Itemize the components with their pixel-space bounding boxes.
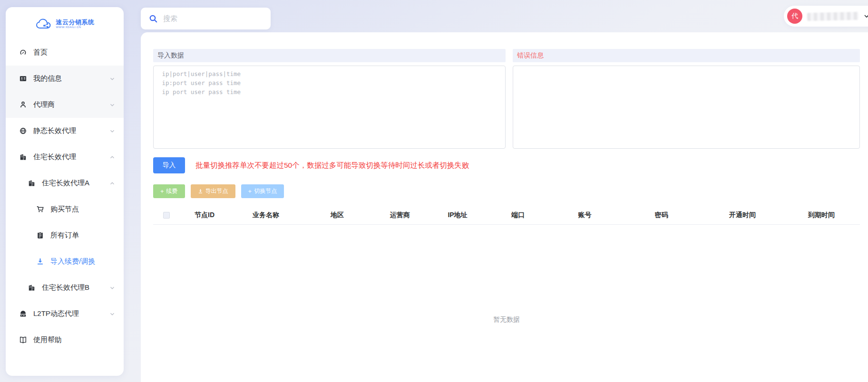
sidebar-item-label: 首页 [33, 48, 48, 57]
search-bar[interactable]: 搜索 [141, 8, 271, 29]
book-icon [19, 336, 27, 344]
sidebar-item-all-orders[interactable]: 所有订单 [6, 222, 124, 248]
building-icon [28, 284, 36, 292]
import-data-panel: 导入数据 [153, 49, 506, 151]
sidebar-item-label: 使用帮助 [33, 335, 62, 344]
dashboard-icon [19, 48, 27, 57]
switch-nodes-button[interactable]: + 切换节点 [241, 184, 284, 198]
app-subtitle: WWW.XDAILI.CN [56, 26, 95, 29]
chevron-down-icon [863, 13, 868, 19]
error-info-panel: 错误信息 [513, 49, 860, 151]
chevron-up-icon [109, 154, 115, 160]
sidebar-item-residential-proxy-a[interactable]: 住宅长效代理A [6, 170, 124, 196]
sidebar-item-buy-nodes[interactable]: 购买节点 [6, 196, 124, 222]
sidebar-item-home[interactable]: 首页 [6, 39, 124, 66]
col-password: 密码 [621, 211, 702, 220]
sidebar-item-label: 住宅长效代理B [42, 283, 89, 292]
l2tp-icon [19, 310, 27, 318]
building-icon [19, 153, 27, 161]
chevron-up-icon [109, 181, 115, 186]
sidebar-item-import-renew-switch[interactable]: 导入续费/调换 [6, 248, 124, 275]
globe-icon [19, 127, 27, 135]
search-icon [149, 14, 158, 23]
app-logo: 速云分销系统 WWW.XDAILI.CN [6, 7, 124, 35]
col-open-time: 开通时间 [702, 211, 783, 220]
col-port: 端口 [487, 211, 549, 220]
chevron-down-icon [109, 102, 115, 108]
user-menu[interactable]: 代 [784, 6, 868, 27]
sidebar-item-label: 购买节点 [50, 205, 79, 214]
error-info-box [513, 66, 860, 149]
plus-icon: + [248, 188, 252, 194]
empty-text: 暂无数据 [493, 315, 520, 324]
select-all-checkbox[interactable] [163, 212, 170, 219]
renew-button[interactable]: + 续费 [153, 184, 185, 198]
sidebar-item-label: 导入续费/调换 [50, 257, 95, 266]
sidebar-item-agents[interactable]: 代理商 [6, 92, 124, 118]
table-header-row: 节点ID 业务名称 地区 运营商 IP地址 端口 账号 密码 开通时间 到期时间 [153, 206, 860, 225]
batch-switch-warning: 批量切换推荐单次不要超过50个，数据过多可能导致切换等待时间过长或者切换失败 [195, 161, 469, 171]
sidebar-item-label: 住宅长效代理 [33, 153, 76, 162]
import-data-textarea[interactable] [153, 66, 506, 149]
sidebar-item-label: 所有订单 [50, 231, 79, 240]
building-icon [28, 179, 36, 187]
import-button[interactable]: 导入 [153, 157, 185, 173]
chevron-down-icon [109, 128, 115, 134]
switch-nodes-button-label: 切换节点 [254, 187, 277, 195]
sidebar-item-label: 静态长效代理 [33, 126, 76, 135]
download-icon [198, 189, 203, 194]
nodes-table: 节点ID 业务名称 地区 运营商 IP地址 端口 账号 密码 开通时间 到期时间… [153, 206, 860, 382]
sidebar-menu: 首页 我的信息 代理商 静态长效代理 [6, 35, 124, 353]
chevron-down-icon [109, 285, 115, 291]
sidebar: 速云分销系统 WWW.XDAILI.CN 首页 我的信息 代理商 [6, 7, 124, 376]
chevron-down-icon [109, 311, 115, 317]
renew-button-label: 续费 [166, 187, 178, 195]
col-node-id: 节点ID [180, 211, 229, 220]
col-expire-time: 到期时间 [783, 211, 860, 220]
cloud-logo-icon [35, 17, 54, 30]
sidebar-item-label: 我的信息 [33, 74, 62, 83]
table-empty-state: 暂无数据 [153, 225, 860, 382]
sidebar-item-label: 代理商 [33, 100, 55, 109]
main-content: 导入数据 错误信息 导入 批量切换推荐单次不要超过50个，数据过多可能导致切换等… [141, 32, 868, 382]
col-carrier: 运营商 [372, 211, 428, 220]
sidebar-item-residential-proxy[interactable]: 住宅长效代理 [6, 144, 124, 170]
export-nodes-button-label: 导出节点 [205, 187, 228, 195]
sidebar-item-label: 住宅长效代理A [42, 179, 89, 188]
sidebar-item-static-proxy[interactable]: 静态长效代理 [6, 118, 124, 144]
import-data-title: 导入数据 [153, 49, 506, 62]
error-info-title: 错误信息 [513, 49, 860, 62]
col-biz-name: 业务名称 [229, 211, 302, 220]
sidebar-item-l2tp-proxy[interactable]: L2TP动态代理 [6, 301, 124, 327]
col-ip: IP地址 [428, 211, 487, 220]
avatar: 代 [787, 9, 802, 24]
username-redacted [807, 11, 858, 20]
orders-icon [36, 231, 44, 239]
sidebar-item-my-info[interactable]: 我的信息 [6, 66, 124, 92]
id-card-icon [19, 75, 27, 83]
chevron-down-icon [109, 76, 115, 82]
col-region: 地区 [302, 211, 372, 220]
cart-icon [36, 205, 44, 213]
export-nodes-button[interactable]: 导出节点 [191, 184, 235, 198]
import-icon [36, 258, 44, 266]
agent-icon [19, 101, 27, 109]
sidebar-item-label: L2TP动态代理 [33, 309, 79, 318]
select-all-cell [153, 212, 180, 219]
sidebar-item-help[interactable]: 使用帮助 [6, 327, 124, 353]
app-title: 速云分销系统 [56, 19, 95, 26]
col-account: 账号 [549, 211, 621, 220]
sidebar-item-residential-proxy-b[interactable]: 住宅长效代理B [6, 275, 124, 301]
plus-icon: + [160, 188, 164, 194]
search-input[interactable]: 搜索 [163, 14, 177, 23]
